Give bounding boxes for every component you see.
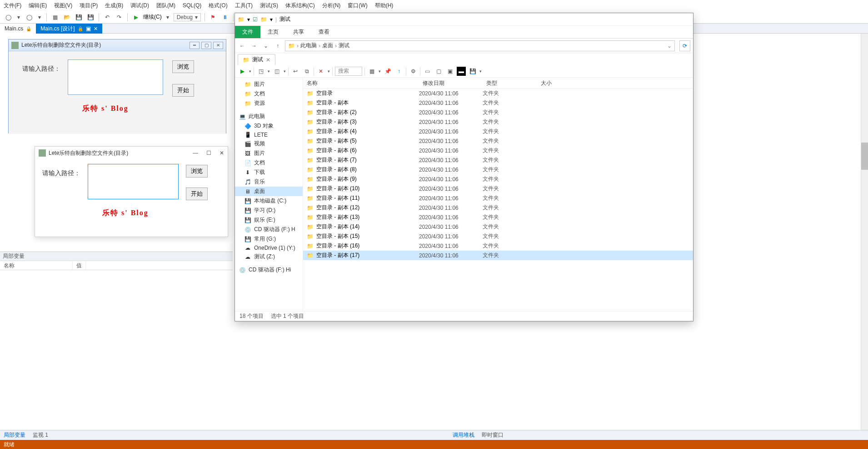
dropdown-icon[interactable]: ▾ [36,14,43,20]
tree-item[interactable]: ☁OneDrive (1) (Y:) [235,244,303,252]
list-row[interactable]: 📁空目录 - 副本 (12)2020/4/30 11:06文件夹 [303,203,693,212]
list-row[interactable]: 📁空目录 - 副本 (13)2020/4/30 11:06文件夹 [303,212,693,222]
search-input[interactable]: 搜索 [335,67,362,76]
tree-item[interactable]: 💾本地磁盘 (C:) [235,196,303,206]
up-icon[interactable]: ↑ [394,67,404,76]
col-value[interactable]: 值 [73,261,86,270]
breadcrumb-item[interactable]: 此电脑 [300,42,317,49]
scrollbar[interactable] [861,34,868,430]
layout-icon[interactable]: ▭ [423,67,432,76]
title-dropdown-icon[interactable]: ▾ [247,16,250,23]
ribbon-tab-home[interactable]: 主页 [260,26,286,38]
close-icon[interactable]: ✕ [266,57,270,63]
close-icon[interactable]: ✕ [213,42,223,49]
blog-link[interactable]: 乐特 s' Blog [102,208,149,218]
tree-item[interactable]: 📁文档 [235,89,303,99]
col-name[interactable]: 名称 [0,261,73,270]
breadcrumb-item[interactable]: 测试 [339,42,349,49]
nav-back-icon[interactable]: ← [238,43,247,49]
dropdown-icon[interactable]: ▾ [165,14,171,20]
list-row[interactable]: 📁空目录 - 副本 (14)2020/4/30 11:06文件夹 [303,222,693,232]
save-icon[interactable]: 💾 [468,67,477,76]
tree-item[interactable]: 🖼图片 [235,148,303,158]
tab-watch[interactable]: 监视 1 [29,431,52,439]
list-rows[interactable]: 📁空目录2020/4/30 11:06文件夹📁空目录 - 副本2020/4/30… [303,89,693,311]
qat-checkbox-icon[interactable]: ☑ [253,16,258,23]
tree-item[interactable]: 📄文档 [235,158,303,168]
dropdown-icon[interactable]: ⌄ [667,43,672,49]
list-row[interactable]: 📁空目录 - 副本 (4)2020/4/30 11:06文件夹 [303,127,693,136]
start-button[interactable]: 开始 [172,84,194,97]
menu-item[interactable]: 视图(V) [54,2,72,10]
tree-item[interactable]: 📱LETE [235,131,303,139]
path-textbox[interactable] [88,164,179,199]
breadcrumb-item[interactable]: 桌面 [322,42,333,49]
menu-item[interactable]: 生成(B) [105,2,123,10]
menu-item[interactable]: SQL(Q) [183,2,201,9]
maximize-icon[interactable]: ▢ [201,42,211,49]
browse-button[interactable]: 浏览 [172,60,194,73]
tool-icon[interactable]: ↩ [291,67,300,76]
ribbon-tab-share[interactable]: 共享 [286,26,311,38]
menu-item[interactable]: 团队(M) [156,2,175,10]
col-name[interactable]: 名称 [303,78,419,88]
menu-item[interactable]: 窗口(W) [348,2,367,10]
runtime-titlebar[interactable]: Lete乐特自制删除空文件夹(目录) — ☐ ✕ [35,147,228,159]
ribbon-tab-view[interactable]: 查看 [311,26,337,38]
list-row[interactable]: 📁空目录 - 副本 (5)2020/4/30 11:06文件夹 [303,136,693,146]
continue-label[interactable]: 继续(C) [143,13,162,21]
tree-item[interactable]: 💾娱乐 (E:) [235,215,303,225]
refresh-icon[interactable]: ⟳ [679,40,690,51]
list-row[interactable]: 📁空目录 - 副本2020/4/30 11:06文件夹 [303,98,693,108]
save-icon[interactable]: 💾 [74,13,83,22]
nav-back-icon[interactable]: ◯ [4,13,13,22]
config-combo[interactable]: Debug▾ [174,13,201,21]
step-icon[interactable]: ⏸ [220,13,229,22]
new-window-icon[interactable]: ▣ [86,25,91,32]
tree-item[interactable]: 🎵音乐 [235,177,303,187]
minimize-icon[interactable]: — [193,150,198,156]
minimize-icon[interactable]: ━ [190,42,200,49]
save-all-icon[interactable]: 💾 [86,13,95,22]
menu-item[interactable]: 分析(N) [322,2,341,10]
tree-item[interactable]: 📁图片 [235,79,303,89]
redo-icon[interactable]: ↷ [115,13,124,22]
folder-tab[interactable]: 📁 测试 ✕ [238,54,275,65]
tree-item[interactable]: 💿CD 驱动器 (F:) Hi [235,265,303,275]
menu-item[interactable]: 工具(T) [235,2,253,10]
tree-item[interactable]: ⬇下载 [235,168,303,177]
blog-link[interactable]: 乐特 s' Blog [82,104,129,113]
list-row[interactable]: 📁空目录 - 副本 (10)2020/4/30 11:06文件夹 [303,184,693,193]
open-icon[interactable]: 📂 [62,13,71,22]
start-button[interactable]: 开始 [186,187,208,200]
tree-item[interactable]: 🖥桌面 [235,187,303,196]
list-row[interactable]: 📁空目录 - 副本 (7)2020/4/30 11:06文件夹 [303,155,693,165]
list-row[interactable]: 📁空目录 - 副本 (11)2020/4/30 11:06文件夹 [303,193,693,203]
tree-item[interactable]: 💾常用 (G:) [235,234,303,244]
pin-icon[interactable]: 🔒 [78,26,83,31]
scroll-thumb[interactable] [861,143,868,170]
explorer-titlebar[interactable]: 📁 ▾ ☑ 📁 ▾ | 测试 [235,13,693,26]
tree-item[interactable]: 🔷3D 对象 [235,121,303,131]
pin-icon[interactable]: 📌 [383,67,392,76]
list-row[interactable]: 📁空目录 - 副本 (15)2020/4/30 11:06文件夹 [303,232,693,241]
list-row[interactable]: 📁空目录 - 副本 (9)2020/4/30 11:06文件夹 [303,174,693,184]
ribbon-tab-file[interactable]: 文件 [235,26,260,38]
runtime-form[interactable]: Lete乐特自制删除空文件夹(目录) — ☐ ✕ 请输入路径： 浏览 开始 乐特… [35,146,228,237]
maximize-icon[interactable]: ☐ [206,150,211,156]
folder-tree[interactable]: 📁图片📁文档📁资源💻此电脑🔷3D 对象📱LETE🎬视频🖼图片📄文档⬇下载🎵音乐🖥… [235,78,303,311]
nav-up-icon[interactable]: ↑ [273,43,282,49]
copy-icon[interactable]: ⧉ [302,67,311,76]
tree-item[interactable]: 💿CD 驱动器 (F:) H [235,225,303,234]
list-row[interactable]: 📁空目录2020/4/30 11:06文件夹 [303,89,693,98]
col-size[interactable]: 大小 [537,78,574,88]
menu-item[interactable]: 项目(P) [80,2,98,10]
tool-icon[interactable]: ▦ [367,67,376,76]
layout-icon[interactable]: ▢ [434,67,443,76]
undo-icon[interactable]: ↶ [103,13,112,22]
menu-item[interactable]: 文件(F) [4,2,21,10]
menu-item[interactable]: 格式(O) [209,2,227,10]
file-explorer-window[interactable]: 📁 ▾ ☑ 📁 ▾ | 测试 文件 主页 共享 查看 ← → ⌄ ↑ 📁 › 此… [234,13,693,321]
tab-main-cs-design[interactable]: Main.cs [设计] 🔒 ▣ ✕ [36,24,102,34]
col-type[interactable]: 类型 [483,78,537,88]
